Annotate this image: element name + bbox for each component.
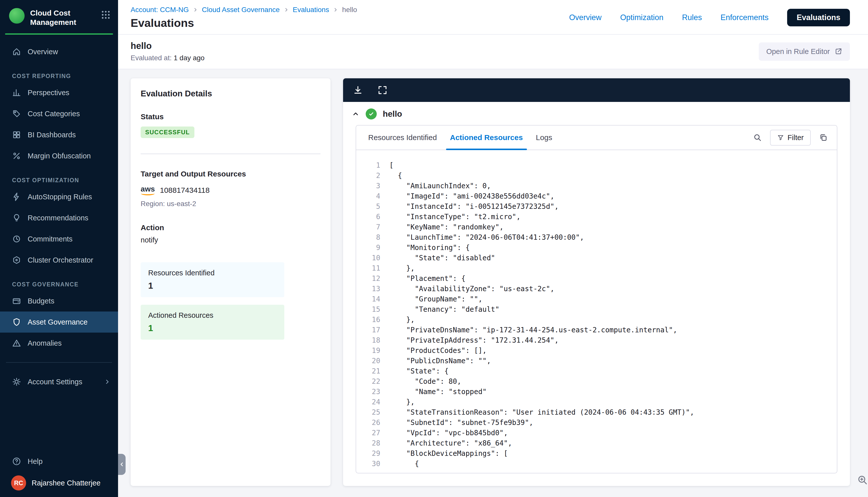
- tab-logs[interactable]: Logs: [530, 126, 559, 150]
- action-value: notify: [141, 236, 321, 244]
- line-content: "KeyName": "randomkey",: [380, 222, 504, 232]
- app-title-line2: Management: [30, 18, 76, 27]
- user-name: Rajarshee Chatterjee: [32, 479, 100, 487]
- sidebar-item-cost-categories[interactable]: Cost Categories: [0, 103, 118, 124]
- nav-rules[interactable]: Rules: [682, 13, 702, 22]
- nav-evaluations[interactable]: Evaluations: [787, 9, 850, 26]
- code-line: 13 "AvailabilityZone": "us-east-2c",: [356, 284, 832, 294]
- line-number: 13: [356, 284, 380, 294]
- module-nav: Overview Optimization Rules Enforcements…: [569, 9, 850, 26]
- code-line: 28 "Architecture": "x86_64",: [356, 438, 832, 448]
- line-content: "PrivateDnsName": "ip-172-31-44-254.us-e…: [380, 325, 677, 335]
- sidebar-item-asset-governance[interactable]: Asset Governance: [0, 312, 118, 332]
- nav-optimization[interactable]: Optimization: [620, 13, 663, 22]
- line-content: "Code": 80,: [380, 376, 461, 386]
- nav-enforcements[interactable]: Enforcements: [720, 13, 769, 22]
- line-number: 11: [356, 263, 380, 273]
- line-content: "InstanceId": "i-00512145e7372325d",: [380, 201, 559, 212]
- line-number: 16: [356, 314, 380, 325]
- user-profile[interactable]: RC Rajarshee Chatterjee: [0, 472, 118, 491]
- module-switcher-icon[interactable]: [100, 10, 111, 20]
- sidebar-item-anomalies[interactable]: Anomalies: [0, 332, 118, 354]
- divider: [141, 154, 321, 154]
- code-line: 9 "Monitoring": {: [356, 242, 832, 253]
- filter-button[interactable]: Filter: [770, 130, 811, 146]
- actioned-resources-label: Actioned Resources: [148, 311, 277, 320]
- open-rule-editor-button[interactable]: Open in Rule Editor: [759, 42, 850, 61]
- code-viewer[interactable]: 1 [ 2 { 3 "AmiLaunchIndex": 0,: [356, 150, 837, 473]
- fullscreen-icon[interactable]: [377, 85, 388, 95]
- sidebar-item-cluster-orchestrator[interactable]: Cluster Orchestrator: [0, 250, 118, 271]
- clock-icon: [12, 235, 21, 243]
- line-content: {: [380, 458, 419, 469]
- sidebar-item-autostopping-rules[interactable]: AutoStopping Rules: [0, 186, 118, 207]
- evaluation-subheader: hello Evaluated at:1 day ago Open in Rul…: [118, 34, 868, 69]
- sidebar-item-label: Margin Obfuscation: [28, 152, 91, 160]
- line-content: },: [380, 263, 415, 273]
- sidebar-spacer: [0, 392, 118, 451]
- code-line: 22 "Code": 80,: [356, 376, 832, 386]
- code-line: 26 "SubnetId": "subnet-75fe9b39",: [356, 417, 832, 428]
- download-icon[interactable]: [353, 85, 363, 95]
- breadcrumb-account[interactable]: Account: CCM-NG: [130, 5, 189, 14]
- aws-account-id: 108817434118: [160, 186, 210, 195]
- line-number: 21: [356, 366, 380, 376]
- line-number: 4: [356, 191, 380, 201]
- code-line: 25 "StateTransitionReason": "User initia…: [356, 407, 832, 417]
- sidebar-item-commitments[interactable]: Commitments: [0, 228, 118, 250]
- line-number: 17: [356, 325, 380, 335]
- sidebar-item-perspectives[interactable]: Perspectives: [0, 82, 118, 103]
- tab-resources-identified[interactable]: Resources Identified: [362, 126, 444, 150]
- sidebar-item-label: BI Dashboards: [28, 131, 76, 139]
- sidebar-item-overview[interactable]: Overview: [0, 41, 118, 62]
- sidebar-section-cost-optimization: COST OPTIMIZATION: [0, 177, 118, 184]
- sidebar-nav: Overview COST REPORTING Perspectives Cos…: [0, 41, 118, 497]
- search-icon[interactable]: [753, 133, 762, 142]
- chevron-up-icon[interactable]: [352, 110, 360, 118]
- aws-account-row: aws 108817434118: [141, 185, 321, 195]
- sidebar-item-margin-obfuscation[interactable]: Margin Obfuscation: [0, 145, 118, 167]
- evaluation-heading: hello Evaluated at:1 day ago: [130, 41, 205, 62]
- chevron-right-icon: [103, 378, 111, 386]
- line-content: "State": "disabled": [380, 253, 495, 263]
- magnifier-widget-icon[interactable]: [857, 474, 868, 485]
- resources-identified-box[interactable]: Resources Identified 1: [141, 262, 284, 297]
- target-resources-label: Target and Output Resources: [141, 170, 321, 178]
- sidebar-item-help[interactable]: Help: [0, 451, 118, 472]
- line-content: },: [380, 314, 415, 325]
- tab-actioned-resources[interactable]: Actioned Resources: [444, 126, 530, 150]
- line-content: "GroupName": "",: [380, 294, 482, 304]
- sidebar-item-recommendations[interactable]: Recommendations: [0, 207, 118, 228]
- sidebar: Cloud Cost Management Overview COST REPO…: [0, 0, 118, 497]
- line-number: 25: [356, 407, 380, 417]
- breadcrumb-evaluations[interactable]: Evaluations: [293, 5, 329, 14]
- code-line: 2 {: [356, 170, 832, 181]
- evaluated-at-label: Evaluated at:: [130, 54, 171, 62]
- code-line: 6 "InstanceType": "t2.micro",: [356, 212, 832, 222]
- line-content: "Monitoring": {: [380, 242, 470, 253]
- avatar: RC: [11, 475, 26, 491]
- bar-chart-icon: [12, 88, 21, 97]
- content-area: Evaluation Details Status SUCCESSFUL Tar…: [118, 69, 868, 497]
- line-number: 30: [356, 458, 380, 469]
- sidebar-section-cost-reporting: COST REPORTING: [0, 73, 118, 80]
- line-content: "Placement": {: [380, 273, 465, 284]
- sidebar-item-account-settings[interactable]: Account Settings: [0, 371, 118, 392]
- sidebar-section-cost-governance: COST GOVERNANCE: [0, 281, 118, 288]
- results-inner-panel: Resources Identified Actioned Resources …: [356, 125, 837, 473]
- open-rule-editor-label: Open in Rule Editor: [766, 47, 830, 56]
- line-number: 24: [356, 397, 380, 407]
- breadcrumb-separator-icon: [283, 7, 289, 13]
- breadcrumb-asset-governance[interactable]: Cloud Asset Governance: [202, 5, 280, 14]
- code-line: 14 "GroupName": "",: [356, 294, 832, 304]
- module-accent-bar: [5, 33, 113, 34]
- sidebar-collapse-handle[interactable]: [118, 454, 126, 475]
- nav-overview[interactable]: Overview: [569, 13, 602, 22]
- sidebar-item-budgets[interactable]: Budgets: [0, 290, 118, 312]
- sidebar-item-bi-dashboards[interactable]: BI Dashboards: [0, 124, 118, 145]
- line-number: 27: [356, 428, 380, 438]
- line-number: 18: [356, 335, 380, 345]
- copy-icon[interactable]: [819, 133, 828, 142]
- actioned-resources-box[interactable]: Actioned Resources 1: [141, 305, 284, 340]
- code-line: 16 },: [356, 314, 832, 325]
